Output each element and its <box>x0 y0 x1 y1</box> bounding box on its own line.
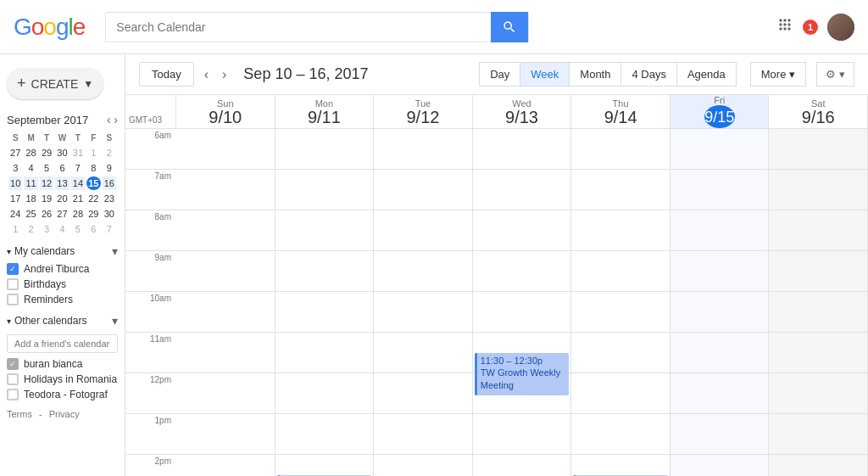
slot[interactable] <box>670 292 769 333</box>
mini-cal-day[interactable]: 10 <box>8 176 22 190</box>
slot[interactable] <box>176 292 275 333</box>
slot[interactable] <box>571 210 670 251</box>
slot[interactable] <box>275 292 374 333</box>
slot[interactable] <box>571 414 670 455</box>
mini-cal-day[interactable]: 6 <box>86 222 100 236</box>
cal-item-andrei[interactable]: Andrei Tiburca <box>0 261 125 277</box>
my-calendars-section[interactable]: ▾ My calendars ▾ <box>0 238 125 261</box>
more-button[interactable]: More ▾ <box>750 62 806 87</box>
mini-cal-day[interactable]: 11 <box>24 176 37 190</box>
mini-cal-day[interactable]: 24 <box>8 207 22 221</box>
slot[interactable] <box>275 129 374 170</box>
cal-checkbox-reminders[interactable] <box>7 294 19 305</box>
mini-cal-day[interactable]: 4 <box>24 161 37 175</box>
other-calendars-section[interactable]: ▾ Other calendars ▾ <box>0 307 125 331</box>
mini-cal-day[interactable]: 2 <box>24 222 37 236</box>
cal-item-reminders[interactable]: Reminders <box>0 292 125 307</box>
mini-cal-next[interactable]: › <box>114 113 118 126</box>
slot[interactable] <box>473 455 571 476</box>
cal-item-buran[interactable]: buran bianca <box>0 356 125 372</box>
mini-cal-day[interactable]: 29 <box>40 146 53 160</box>
slot[interactable] <box>473 292 571 333</box>
cal-item-holidays[interactable]: Holidays in Romania <box>0 372 125 387</box>
mini-cal-day[interactable]: 14 <box>71 176 85 190</box>
mini-cal-day[interactable]: 2 <box>103 146 116 160</box>
mini-cal-day[interactable]: 23 <box>103 192 116 205</box>
slot[interactable] <box>670 333 769 373</box>
slot[interactable] <box>374 129 472 170</box>
slot[interactable] <box>176 333 275 373</box>
day-header-mon[interactable]: Mon 9/11 <box>275 95 375 128</box>
slot[interactable] <box>769 129 867 170</box>
slot[interactable] <box>473 129 571 170</box>
notification-badge[interactable]: 1 <box>800 17 821 37</box>
slot[interactable] <box>571 251 670 292</box>
day-header-sat[interactable]: Sat 9/16 <box>769 95 868 128</box>
slot[interactable] <box>571 455 670 476</box>
mini-cal-day[interactable]: 19 <box>40 192 53 205</box>
mini-cal-day[interactable]: 20 <box>55 192 69 205</box>
apps-icon[interactable] <box>776 16 793 37</box>
cal-checkbox-buran[interactable] <box>7 358 19 370</box>
slot[interactable] <box>769 333 867 373</box>
event-growth-meeting[interactable]: 11:30 – 12:30pTW Growth Weekly Meeting <box>475 353 570 395</box>
slot[interactable] <box>374 210 472 251</box>
view-month[interactable]: Month <box>569 62 621 87</box>
slot[interactable] <box>176 129 275 170</box>
mini-cal-day[interactable]: 1 <box>8 222 22 236</box>
mini-cal-day[interactable]: 6 <box>55 161 69 175</box>
cal-item-teodora[interactable]: Teodora - Fotograf <box>0 387 125 402</box>
slot[interactable] <box>571 333 670 373</box>
slot[interactable] <box>571 373 670 414</box>
mini-cal-day[interactable]: 7 <box>71 161 85 175</box>
add-friend-input[interactable] <box>7 334 118 353</box>
slot[interactable] <box>670 251 769 292</box>
slot[interactable] <box>473 170 571 210</box>
day-col-thu[interactable]: ~ 3p – 4pTW Talk 4p – 5pDentist app <box>571 129 670 476</box>
slot[interactable] <box>176 414 275 455</box>
slot[interactable] <box>670 373 769 414</box>
slot[interactable] <box>275 170 374 210</box>
mini-cal-day[interactable]: 5 <box>40 161 53 175</box>
mini-cal-day[interactable]: 1 <box>86 146 100 160</box>
slot[interactable] <box>176 455 275 476</box>
mini-cal-day[interactable]: 27 <box>8 146 22 160</box>
cal-item-birthdays[interactable]: Birthdays <box>0 277 125 292</box>
slot[interactable] <box>769 455 867 476</box>
slot[interactable] <box>670 210 769 251</box>
mini-cal-day[interactable]: 21 <box>71 192 85 205</box>
terms-link[interactable]: Terms <box>7 409 32 419</box>
mini-cal-day[interactable]: 3 <box>8 161 22 175</box>
mini-cal-day[interactable]: 9 <box>103 161 116 175</box>
slot[interactable] <box>769 251 867 292</box>
slot[interactable] <box>769 170 867 210</box>
day-col-fri[interactable]: ▶ <box>670 129 770 476</box>
day-header-fri[interactable]: Fri 9/15 <box>670 95 770 128</box>
mini-cal-day[interactable]: 17 <box>8 192 22 205</box>
slot[interactable] <box>769 414 867 455</box>
mini-cal-day[interactable]: 30 <box>103 207 116 221</box>
mini-cal-day[interactable]: 22 <box>86 192 100 205</box>
slot[interactable] <box>473 210 571 251</box>
search-input[interactable] <box>106 20 491 34</box>
mini-cal-day[interactable]: 28 <box>24 146 37 160</box>
mini-cal-day[interactable]: 13 <box>55 176 69 190</box>
slot[interactable] <box>374 292 472 333</box>
day-col-tue[interactable] <box>374 129 473 476</box>
slot[interactable] <box>374 170 472 210</box>
view-4days[interactable]: 4 Days <box>620 62 676 87</box>
mini-cal-day[interactable]: 16 <box>103 176 116 190</box>
slot[interactable] <box>374 373 472 414</box>
mini-cal-day[interactable]: 18 <box>24 192 37 205</box>
slot[interactable] <box>374 414 472 455</box>
slot[interactable] <box>769 210 867 251</box>
next-button[interactable]: › <box>219 64 230 86</box>
slot[interactable] <box>176 210 275 251</box>
slot[interactable] <box>670 455 769 476</box>
mini-cal-day[interactable]: 26 <box>40 207 53 221</box>
mini-cal-day[interactable]: 30 <box>55 146 69 160</box>
day-header-sun[interactable]: Sun 9/10 <box>176 95 275 128</box>
mini-cal-day[interactable]: 25 <box>24 207 37 221</box>
mini-cal-day[interactable]: 28 <box>71 207 85 221</box>
slot[interactable] <box>176 251 275 292</box>
